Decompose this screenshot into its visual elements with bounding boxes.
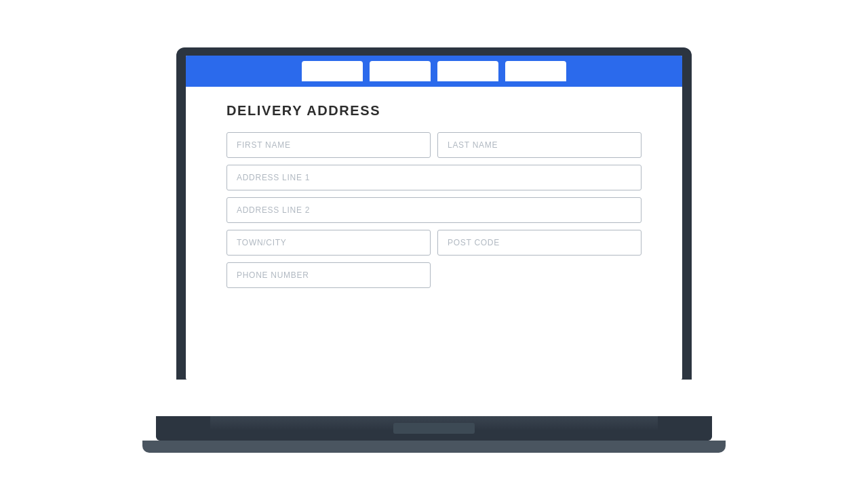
laptop-base <box>156 416 712 441</box>
last-name-input[interactable] <box>437 132 642 158</box>
laptop-feet-right <box>658 416 712 441</box>
address-line1-row <box>226 165 642 190</box>
address-line2-input[interactable] <box>226 197 642 223</box>
phone-number-input[interactable] <box>226 262 431 288</box>
laptop: DELIVERY ADDRESS <box>156 47 712 441</box>
page-content: DELIVERY ADDRESS <box>186 87 682 315</box>
browser-tab-4[interactable] <box>505 61 566 81</box>
laptop-bottom-bar <box>142 441 726 453</box>
town-city-input[interactable] <box>226 230 431 256</box>
phone-row <box>226 262 642 288</box>
address-line1-input[interactable] <box>226 165 642 190</box>
laptop-trackpad <box>393 423 475 434</box>
post-code-input[interactable] <box>437 230 642 256</box>
address-line2-row <box>226 197 642 223</box>
browser-tab-3[interactable] <box>437 61 498 81</box>
first-name-input[interactable] <box>226 132 431 158</box>
laptop-screen-outer: DELIVERY ADDRESS <box>176 47 692 380</box>
delivery-address-form <box>226 132 642 288</box>
laptop-feet-left <box>156 416 210 441</box>
laptop-screen-inner: DELIVERY ADDRESS <box>186 56 682 380</box>
browser-tab-2[interactable] <box>370 61 431 81</box>
browser-tab-1[interactable] <box>302 61 363 81</box>
browser-bar <box>186 56 682 87</box>
scene: DELIVERY ADDRESS <box>0 0 868 488</box>
page-title: DELIVERY ADDRESS <box>226 103 642 119</box>
name-row <box>226 132 642 158</box>
town-postcode-row <box>226 230 642 256</box>
